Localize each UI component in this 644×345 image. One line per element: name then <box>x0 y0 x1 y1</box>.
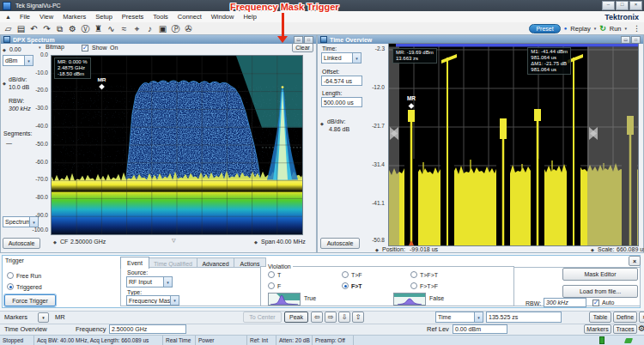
peak-up-button[interactable]: ⇧ <box>352 312 364 323</box>
show-label: Show <box>92 45 107 51</box>
violation-option-tft[interactable]: T>F>T <box>410 271 438 278</box>
gear-icon[interactable]: ⚙ <box>638 324 644 333</box>
free-run-radio[interactable]: Free Run <box>7 272 41 279</box>
toolbar: ▱ ▤ ↶ ↷ ⧉ ⚙ Ⓥ ♜ ∿ ≈ ⌖ ♪ ▣ Ⓟ ✇ Preset ● R… <box>0 22 644 35</box>
free-run-label: Free Run <box>16 273 41 279</box>
dropdown-arrow-icon: ▾ <box>474 312 483 322</box>
trigger-rbw-field[interactable]: 300 kHz <box>544 298 586 307</box>
run-dropdown-icon[interactable]: ▾ <box>624 26 627 31</box>
touch-icon[interactable]: ⌖ <box>131 23 143 34</box>
peak-right-button[interactable]: ⇨ <box>325 312 337 323</box>
frequency-field[interactable]: 2.50000 GHz <box>109 324 186 334</box>
ref-lev-field[interactable]: 0.00 dBm <box>453 324 507 334</box>
cf-value[interactable]: 2.50000 GHz <box>70 239 106 245</box>
menu-logo-icon[interactable]: ▲ <box>5 14 11 20</box>
menu-help[interactable]: Help <box>243 13 256 21</box>
bitmap-show-checkbox[interactable]: ✓ <box>82 44 88 51</box>
source-dropdown[interactable]: RF Input ▾ <box>126 276 173 288</box>
video-icon[interactable]: ▣ <box>156 23 169 34</box>
rbw-auto-checkbox[interactable]: ✓ <box>592 299 599 306</box>
span-value[interactable]: 40.00 MHz <box>276 239 306 245</box>
dpx-plot[interactable]: MR MR: 0.000 % 2.4875 GHz -18.50 dBm <box>51 55 303 235</box>
connection-status-icon <box>624 338 633 343</box>
scale-value[interactable]: 660.089 us <box>617 246 644 252</box>
violation-option-t[interactable]: T <box>268 271 281 278</box>
tab-event[interactable]: Event <box>120 257 149 269</box>
markers-dropdown-button[interactable]: ▾ <box>38 312 49 323</box>
length-field[interactable]: 500.000 us <box>321 97 362 107</box>
violation-option-ft[interactable]: F>T <box>342 282 362 289</box>
minimize-button[interactable]: – <box>602 1 615 10</box>
menu-presets[interactable]: Presets <box>122 13 143 21</box>
dpx-autoscale-button[interactable]: Autoscale <box>3 238 40 249</box>
bitmap-collapse-icon[interactable]: ▾ <box>39 45 41 50</box>
to-center-button[interactable]: To Center <box>243 312 282 323</box>
offset-field[interactable]: -64.574 us <box>321 76 362 86</box>
connect-icon[interactable]: ✇ <box>182 23 195 34</box>
displays-icon[interactable]: ⧉ <box>53 23 66 34</box>
markers-close-button[interactable]: × <box>639 312 644 323</box>
replay-dot-icon: ● <box>564 26 568 31</box>
analysis-icon[interactable]: ∿ <box>105 23 118 34</box>
dpx-rbw-value[interactable]: 300 kHz <box>9 106 31 112</box>
replay-button[interactable]: Replay <box>570 25 590 33</box>
audio-icon[interactable]: ♪ <box>143 23 156 34</box>
undo-icon[interactable]: ↶ <box>27 23 40 34</box>
trigger-close-button[interactable]: × <box>629 256 641 266</box>
overview-plot[interactable]: MR MR: -19.69 dBm 13.663 zs M1: -41.44 d… <box>388 43 639 246</box>
preset-button[interactable]: Preset <box>529 24 560 33</box>
triggered-radio[interactable]: Triggered <box>7 283 42 290</box>
marker-mode-dropdown[interactable]: Time ▾ <box>435 312 483 323</box>
define-button[interactable]: Define <box>613 312 637 323</box>
ov-ytick: -12.0 <box>366 84 385 90</box>
overview-m1-readout: M1: -41.44 dBm 981.064 us ΔM1: -21.75 dB… <box>527 47 571 75</box>
close-button[interactable]: × <box>629 1 642 10</box>
menu-connect[interactable]: Connect <box>178 13 202 21</box>
overview-panel-title: Time Overview <box>330 37 372 43</box>
replay-dropdown-icon[interactable]: ▾ <box>594 26 597 31</box>
ov-dbdiv-value[interactable]: 4.86 dB <box>329 126 349 132</box>
run-button[interactable]: Run <box>610 25 622 33</box>
dpx-dbdiv-value[interactable]: 10.0 dB <box>9 84 29 90</box>
menu-file[interactable]: File <box>20 13 30 21</box>
settings-icon[interactable]: ⚙ <box>66 23 79 34</box>
peak-left-button[interactable]: ⇦ <box>311 312 323 323</box>
segments-value: — <box>6 140 12 146</box>
menu-markers[interactable]: Markers <box>63 13 86 21</box>
window-title: Tek SignalVu-PC <box>15 3 61 9</box>
violation-option-ftf[interactable]: F>T>F <box>410 282 438 289</box>
amplitude-icon[interactable]: ♜ <box>92 23 105 34</box>
load-from-file-button[interactable]: Load from file... <box>562 285 638 298</box>
violation-option-tf[interactable]: T>F <box>342 271 362 278</box>
overview-panel-icon <box>320 36 327 43</box>
table-button[interactable]: Table <box>589 312 611 323</box>
time-dropdown[interactable]: Linked ▾ <box>321 52 361 64</box>
force-trigger-button[interactable]: Force Trigger <box>4 294 56 306</box>
acquire-icon[interactable]: ≈ <box>118 23 131 34</box>
ref-level-value[interactable]: 0.00 <box>9 46 21 52</box>
dpx-plot-canvas: MR <box>52 56 302 234</box>
more-menu-icon[interactable]: ⋮ <box>633 24 641 33</box>
menu-window[interactable]: Window <box>211 13 234 21</box>
preset-flag-icon[interactable]: Ⓟ <box>169 23 182 34</box>
markers-panel-button[interactable]: Markers <box>584 324 611 334</box>
violation-option-f[interactable]: F <box>268 282 281 289</box>
menu-setup[interactable]: Setup <box>95 13 112 21</box>
menu-tools[interactable]: Tools <box>153 13 168 21</box>
redo-icon[interactable]: ↷ <box>40 23 53 34</box>
maximize-button[interactable]: □ <box>616 1 629 10</box>
menu-view[interactable]: View <box>39 13 53 21</box>
radio-icon <box>268 282 275 289</box>
peak-button[interactable]: Peak <box>284 312 308 323</box>
type-dropdown[interactable]: Frequency Mask ▾ <box>126 295 179 306</box>
overview-autoscale-button[interactable]: Autoscale <box>320 238 360 249</box>
trigger-icon[interactable]: Ⓥ <box>79 23 92 34</box>
save-icon[interactable]: ▤ <box>15 23 27 34</box>
traces-panel-button[interactable]: Traces <box>613 324 637 334</box>
position-value[interactable]: -99.018 us <box>410 246 438 252</box>
clear-button[interactable]: Clear <box>292 43 313 52</box>
marker-value-field[interactable]: 135.525 zs <box>486 312 562 323</box>
mask-editor-button[interactable]: Mask Editor <box>562 268 638 281</box>
open-icon[interactable]: ▱ <box>2 23 15 34</box>
peak-down-button[interactable]: ⇩ <box>338 312 350 323</box>
